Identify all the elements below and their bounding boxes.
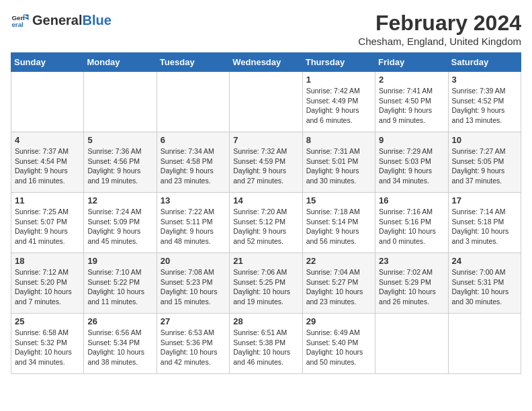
col-header-monday: Monday	[84, 53, 157, 72]
logo-icon: Gen eral	[11, 11, 30, 30]
day-number: 13	[161, 195, 226, 205]
calendar-cell	[230, 72, 302, 132]
calendar-cell: 8Sunrise: 7:31 AM Sunset: 5:01 PM Daylig…	[302, 132, 375, 193]
calendar-cell: 17Sunrise: 7:14 AM Sunset: 5:18 PM Dayli…	[448, 193, 521, 253]
month-year: February 2024	[358, 11, 521, 36]
day-info: Sunrise: 7:22 AM Sunset: 5:11 PM Dayligh…	[161, 207, 226, 246]
calendar-cell: 20Sunrise: 7:08 AM Sunset: 5:23 PM Dayli…	[157, 253, 229, 314]
svg-marker-3	[24, 17, 29, 20]
day-number: 10	[452, 135, 517, 145]
day-info: Sunrise: 7:41 AM Sunset: 4:50 PM Dayligh…	[379, 86, 444, 126]
day-info: Sunrise: 7:32 AM Sunset: 4:59 PM Dayligh…	[233, 146, 298, 186]
day-info: Sunrise: 7:31 AM Sunset: 5:01 PM Dayligh…	[306, 146, 371, 186]
calendar-cell: 13Sunrise: 7:22 AM Sunset: 5:11 PM Dayli…	[157, 193, 229, 253]
calendar-cell: 16Sunrise: 7:16 AM Sunset: 5:16 PM Dayli…	[375, 193, 448, 253]
calendar-cell: 23Sunrise: 7:02 AM Sunset: 5:29 PM Dayli…	[375, 253, 448, 314]
day-number: 18	[15, 256, 80, 266]
calendar-cell: 22Sunrise: 7:04 AM Sunset: 5:27 PM Dayli…	[302, 253, 375, 314]
day-info: Sunrise: 7:20 AM Sunset: 5:12 PM Dayligh…	[233, 207, 298, 246]
day-number: 20	[161, 256, 226, 266]
calendar-cell: 28Sunrise: 6:51 AM Sunset: 5:38 PM Dayli…	[230, 314, 302, 374]
calendar-cell: 15Sunrise: 7:18 AM Sunset: 5:14 PM Dayli…	[302, 193, 375, 253]
day-number: 7	[233, 135, 298, 145]
day-number: 8	[306, 135, 371, 145]
logo-text: GeneralBlue	[32, 13, 112, 28]
calendar-cell: 29Sunrise: 6:49 AM Sunset: 5:40 PM Dayli…	[302, 314, 375, 374]
week-row-0: 1Sunrise: 7:42 AM Sunset: 4:49 PM Daylig…	[11, 72, 521, 132]
day-info: Sunrise: 7:10 AM Sunset: 5:22 PM Dayligh…	[87, 267, 152, 307]
day-info: Sunrise: 7:34 AM Sunset: 4:58 PM Dayligh…	[161, 146, 226, 186]
day-number: 22	[306, 256, 371, 266]
day-number: 11	[15, 195, 80, 205]
calendar-cell: 26Sunrise: 6:56 AM Sunset: 5:34 PM Dayli…	[84, 314, 157, 374]
day-number: 6	[161, 135, 226, 145]
day-number: 16	[379, 195, 444, 205]
day-info: Sunrise: 7:02 AM Sunset: 5:29 PM Dayligh…	[379, 267, 444, 307]
location: Chesham, England, United Kingdom	[358, 36, 521, 47]
calendar-cell: 19Sunrise: 7:10 AM Sunset: 5:22 PM Dayli…	[84, 253, 157, 314]
col-header-sunday: Sunday	[11, 53, 84, 72]
day-info: Sunrise: 7:27 AM Sunset: 5:05 PM Dayligh…	[452, 146, 517, 186]
day-info: Sunrise: 7:06 AM Sunset: 5:25 PM Dayligh…	[233, 267, 298, 307]
day-number: 2	[379, 75, 444, 85]
calendar-cell: 5Sunrise: 7:36 AM Sunset: 4:56 PM Daylig…	[84, 132, 157, 193]
day-info: Sunrise: 6:58 AM Sunset: 5:32 PM Dayligh…	[15, 328, 80, 367]
header-row: SundayMondayTuesdayWednesdayThursdayFrid…	[11, 53, 521, 72]
day-info: Sunrise: 6:56 AM Sunset: 5:34 PM Dayligh…	[87, 328, 152, 367]
col-header-thursday: Thursday	[302, 53, 375, 72]
calendar-cell: 11Sunrise: 7:25 AM Sunset: 5:07 PM Dayli…	[11, 193, 84, 253]
day-number: 9	[379, 135, 444, 145]
week-row-3: 18Sunrise: 7:12 AM Sunset: 5:20 PM Dayli…	[11, 253, 521, 314]
week-row-1: 4Sunrise: 7:37 AM Sunset: 4:54 PM Daylig…	[11, 132, 521, 193]
week-row-2: 11Sunrise: 7:25 AM Sunset: 5:07 PM Dayli…	[11, 193, 521, 253]
calendar-cell: 27Sunrise: 6:53 AM Sunset: 5:36 PM Dayli…	[157, 314, 229, 374]
logo: Gen eral GeneralBlue	[11, 11, 112, 30]
day-info: Sunrise: 7:42 AM Sunset: 4:49 PM Dayligh…	[306, 86, 371, 126]
day-info: Sunrise: 7:04 AM Sunset: 5:27 PM Dayligh…	[306, 267, 371, 307]
day-number: 28	[233, 316, 298, 326]
day-number: 24	[452, 256, 517, 266]
calendar-cell	[375, 314, 448, 374]
day-info: Sunrise: 7:00 AM Sunset: 5:31 PM Dayligh…	[452, 267, 517, 307]
calendar-cell: 12Sunrise: 7:24 AM Sunset: 5:09 PM Dayli…	[84, 193, 157, 253]
day-info: Sunrise: 7:18 AM Sunset: 5:14 PM Dayligh…	[306, 207, 371, 246]
day-number: 5	[87, 135, 152, 145]
day-number: 25	[15, 316, 80, 326]
day-number: 21	[233, 256, 298, 266]
calendar-cell: 1Sunrise: 7:42 AM Sunset: 4:49 PM Daylig…	[302, 72, 375, 132]
day-info: Sunrise: 7:24 AM Sunset: 5:09 PM Dayligh…	[87, 207, 152, 246]
calendar-cell	[84, 72, 157, 132]
calendar-cell: 6Sunrise: 7:34 AM Sunset: 4:58 PM Daylig…	[157, 132, 229, 193]
col-header-wednesday: Wednesday	[230, 53, 302, 72]
calendar-cell: 7Sunrise: 7:32 AM Sunset: 4:59 PM Daylig…	[230, 132, 302, 193]
day-number: 19	[87, 256, 152, 266]
calendar-cell: 25Sunrise: 6:58 AM Sunset: 5:32 PM Dayli…	[11, 314, 84, 374]
calendar-cell	[448, 314, 521, 374]
day-info: Sunrise: 7:25 AM Sunset: 5:07 PM Dayligh…	[15, 207, 80, 246]
day-number: 15	[306, 195, 371, 205]
day-info: Sunrise: 7:08 AM Sunset: 5:23 PM Dayligh…	[161, 267, 226, 307]
day-number: 17	[452, 195, 517, 205]
day-info: Sunrise: 7:14 AM Sunset: 5:18 PM Dayligh…	[452, 207, 517, 246]
calendar-cell: 24Sunrise: 7:00 AM Sunset: 5:31 PM Dayli…	[448, 253, 521, 314]
day-info: Sunrise: 7:12 AM Sunset: 5:20 PM Dayligh…	[15, 267, 80, 307]
svg-marker-2	[24, 15, 29, 17]
day-info: Sunrise: 6:49 AM Sunset: 5:40 PM Dayligh…	[306, 328, 371, 367]
day-number: 14	[233, 195, 298, 205]
col-header-saturday: Saturday	[448, 53, 521, 72]
header: Gen eral GeneralBlue February 2024 Chesh…	[11, 11, 521, 47]
calendar-table: SundayMondayTuesdayWednesdayThursdayFrid…	[11, 52, 521, 374]
day-number: 29	[306, 316, 371, 326]
day-number: 3	[452, 75, 517, 85]
svg-text:eral: eral	[11, 21, 24, 28]
day-number: 1	[306, 75, 371, 85]
col-header-friday: Friday	[375, 53, 448, 72]
day-number: 4	[15, 135, 80, 145]
week-row-4: 25Sunrise: 6:58 AM Sunset: 5:32 PM Dayli…	[11, 314, 521, 374]
day-number: 26	[87, 316, 152, 326]
calendar-cell: 18Sunrise: 7:12 AM Sunset: 5:20 PM Dayli…	[11, 253, 84, 314]
calendar-cell	[157, 72, 229, 132]
day-info: Sunrise: 7:16 AM Sunset: 5:16 PM Dayligh…	[379, 207, 444, 246]
day-info: Sunrise: 6:51 AM Sunset: 5:38 PM Dayligh…	[233, 328, 298, 367]
calendar-cell: 14Sunrise: 7:20 AM Sunset: 5:12 PM Dayli…	[230, 193, 302, 253]
